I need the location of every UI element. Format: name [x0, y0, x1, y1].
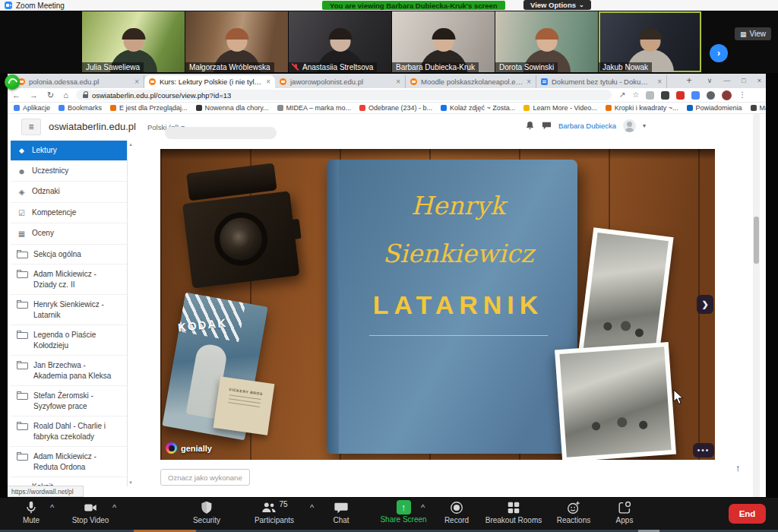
- participant-tile[interactable]: Barbara Dubiecka-Kruk: [392, 11, 495, 72]
- end-meeting-button[interactable]: End: [729, 504, 766, 524]
- window-minimize-button[interactable]: —: [723, 77, 730, 84]
- forward-icon[interactable]: →: [30, 91, 38, 100]
- share-page-icon[interactable]: ↗: [619, 91, 625, 99]
- view-button[interactable]: ▦ View: [735, 27, 771, 40]
- sidebar-item[interactable]: Sekcja ogólna: [11, 245, 127, 265]
- participant-tile[interactable]: Małgorzata Wróblewska: [185, 11, 288, 72]
- menu-kebab-icon[interactable]: ⋮: [738, 91, 746, 99]
- sidebar-item[interactable]: Odznaki: [11, 182, 127, 203]
- bookmark-star-icon[interactable]: ☆: [632, 91, 639, 99]
- slide-more-options-button[interactable]: •••: [693, 443, 714, 458]
- extension-icon[interactable]: [676, 91, 685, 100]
- extension-icon[interactable]: [661, 91, 669, 100]
- extension-icon[interactable]: [646, 91, 654, 100]
- sidebar-item[interactable]: Jan Brzechwa - Akademia pana Kleksa: [11, 356, 127, 386]
- browser-tab[interactable]: polonia.odessa.edu.pl ×: [14, 75, 144, 88]
- participants-options-caret[interactable]: ^: [310, 503, 314, 512]
- scrollbar-thumb[interactable]: [754, 217, 759, 264]
- browser-profile-avatar[interactable]: [722, 90, 732, 100]
- bookmark-favicon: [14, 105, 20, 111]
- reactions-button[interactable]: Reactions: [550, 500, 597, 524]
- bookmark-item[interactable]: Kropki i kwadraty ~...: [606, 104, 678, 112]
- next-participants-button[interactable]: ›: [710, 44, 728, 62]
- messages-chat-icon[interactable]: [542, 121, 552, 131]
- back-icon[interactable]: ←: [12, 91, 21, 100]
- sidebar-item[interactable]: Adam Mickiewicz - Reduta Ordona: [11, 447, 127, 477]
- notifications-bell-icon[interactable]: [525, 121, 535, 131]
- reload-icon[interactable]: ↻: [47, 91, 54, 100]
- genially-presentation[interactable]: KODAK VICKERY BROS Henryk Sienkiewicz LA…: [160, 149, 715, 460]
- participant-tile[interactable]: Anastasiia Streltsova: [289, 11, 391, 72]
- breakout-rooms-button[interactable]: Breakout Rooms: [479, 500, 549, 524]
- tab-close-icon[interactable]: ×: [266, 78, 270, 86]
- home-icon[interactable]: ⌂: [63, 91, 68, 100]
- browser-tab[interactable]: Kurs: Lektury Polskie (i nie tylko) ×: [144, 75, 275, 88]
- record-button[interactable]: Record: [436, 500, 477, 524]
- participant-tile[interactable]: Dorota Sowinski: [495, 11, 598, 72]
- window-maximize-button[interactable]: □: [742, 77, 745, 84]
- scroll-to-top-icon[interactable]: ↑: [735, 462, 741, 473]
- bookmark-item[interactable]: Powiadomienia: [687, 104, 742, 112]
- apps-button[interactable]: Apps: [605, 500, 644, 524]
- tab-close-icon[interactable]: ×: [396, 78, 400, 86]
- chevron-down-icon: ⌄: [579, 2, 584, 8]
- tab-close-icon[interactable]: ×: [134, 78, 139, 86]
- sidebar-scrollbar[interactable]: ▲▼: [128, 141, 134, 486]
- view-options-button[interactable]: View Options ⌄: [523, 0, 591, 10]
- participants-button[interactable]: 75 Participants: [242, 500, 307, 524]
- share-options-caret[interactable]: ^: [421, 503, 425, 512]
- genially-logo[interactable]: genially: [166, 442, 212, 454]
- bookmark-favicon: [606, 105, 612, 111]
- slide-next-button[interactable]: ❯: [697, 295, 713, 314]
- bookmark-item[interactable]: MIDEA – marka mo...: [277, 104, 352, 112]
- sidebar-item[interactable]: Roald Dahl - Charlie i fabryka czekolady: [11, 416, 127, 447]
- chat-button[interactable]: Chat: [322, 500, 360, 524]
- mute-button[interactable]: Mute: [11, 500, 52, 524]
- mark-done-button[interactable]: Oznacz jako wykonane: [160, 469, 250, 486]
- tab-title: Moodle polskaszkolaneapol.ed...: [421, 78, 523, 86]
- sidebar-item[interactable]: Kompetencje: [11, 203, 127, 224]
- sidebar-item[interactable]: Adam Mickiewicz - Dziady cz. II: [11, 264, 127, 295]
- bookmark-item[interactable]: Nowenna dla chory...: [196, 104, 269, 112]
- bookmark-item[interactable]: E jest dla Przeglądaj...: [110, 104, 188, 112]
- bookmark-item[interactable]: Kolaż zdjęć ~ Zosta...: [441, 104, 515, 112]
- sidebar-item[interactable]: Legenda o Piaście Kołodzieju: [11, 325, 127, 356]
- extension-icon[interactable]: [691, 91, 700, 100]
- sidebar-item[interactable]: Uczestnicy: [11, 161, 127, 182]
- participant-tile[interactable]: Jakub Nowak: [599, 11, 701, 72]
- sidebar-item-label: Adam Mickiewicz - Dziady cz. II: [33, 269, 121, 290]
- browser-tab[interactable]: Moodle polskaszkolaneapol.ed... ×: [406, 75, 536, 88]
- user-avatar[interactable]: [623, 119, 636, 132]
- tab-close-icon[interactable]: ×: [527, 78, 531, 86]
- bookmark-item[interactable]: Bookmarks: [59, 104, 102, 112]
- participant-tile[interactable]: Julia Saweliewa: [82, 11, 185, 72]
- window-menu-icon[interactable]: ∨: [707, 77, 713, 84]
- bookmark-item[interactable]: Learn More - Video...: [523, 104, 596, 112]
- url-bar[interactable]: oswiataberlin.edu.pl/course/view.php?id=…: [76, 90, 612, 100]
- bookmark-item[interactable]: Aplikacje: [14, 104, 50, 112]
- mute-options-caret[interactable]: ^: [50, 503, 54, 512]
- bookmark-item[interactable]: Odebrane (234) - b...: [359, 104, 432, 112]
- sidebar-item[interactable]: Henryk Sienkiewicz - Latarnik: [11, 295, 127, 325]
- apps-icon: [617, 500, 632, 515]
- browser-tab[interactable]: Dokument bez tytułu - Dokume... ×: [536, 75, 667, 88]
- browser-tab[interactable]: jaworowpolonist.edu.pl ×: [275, 75, 406, 88]
- extensions-puzzle-icon[interactable]: [707, 91, 715, 100]
- user-name-link[interactable]: Barbara Dubiecka: [558, 122, 616, 130]
- stop-video-button[interactable]: Stop Video: [65, 500, 115, 524]
- page-scrollbar[interactable]: [753, 114, 760, 497]
- video-options-caret[interactable]: ^: [112, 503, 116, 512]
- bookmark-item[interactable]: Math Logic and Ma...: [751, 104, 766, 112]
- hamburger-menu-icon[interactable]: ≡: [21, 119, 41, 135]
- new-tab-button[interactable]: +: [683, 74, 695, 87]
- sidebar-item[interactable]: Lektury: [11, 141, 127, 161]
- sidebar-item[interactable]: Oceny: [11, 223, 127, 245]
- reactions-smiley-icon: [566, 500, 581, 515]
- share-screen-button[interactable]: ↑ Share Screen: [369, 500, 438, 524]
- security-button[interactable]: Security: [181, 500, 232, 524]
- sidebar-item[interactable]: Stefan Żeromski - Syzyfowe prace: [11, 386, 127, 416]
- screen-share-banner: You are viewing Barbara Dubiecka-Kruk's …: [322, 1, 505, 10]
- window-close-button[interactable]: ×: [757, 77, 761, 84]
- tab-close-icon[interactable]: ×: [657, 78, 662, 86]
- user-menu-caret-icon[interactable]: ▾: [643, 122, 646, 129]
